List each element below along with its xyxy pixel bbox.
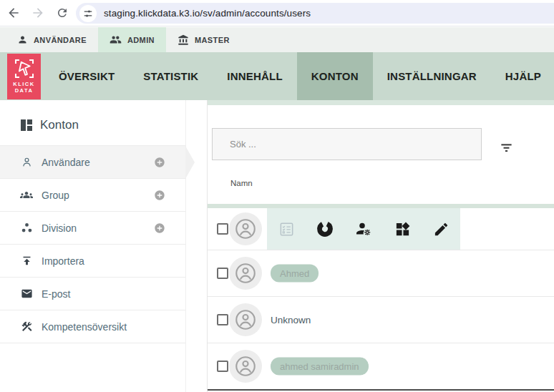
nav-statistik[interactable]: STATISTIK — [129, 52, 213, 100]
site-settings-icon — [83, 9, 93, 19]
browser-toolbar: staging.klickdata.k3.io/sv/admin/account… — [0, 0, 554, 26]
donut-chart-button[interactable] — [316, 220, 334, 237]
avatar-placeholder-icon — [233, 308, 258, 332]
user-name: ahmed samiradmin — [271, 361, 369, 372]
logo-text: KLICK DATA — [13, 81, 34, 94]
bulk-actions-row — [208, 208, 554, 250]
add-user-button[interactable] — [154, 157, 165, 168]
sidebar: Konton Användare Group — [0, 100, 186, 392]
sidebar-title: Konton — [0, 100, 185, 145]
widgets-icon — [394, 221, 411, 237]
users-table: Ahmed Unknown ahmed samiradmin — [208, 204, 554, 392]
site-settings-button[interactable] — [79, 5, 97, 22]
role-tab-label: ADMIN — [127, 36, 155, 44]
sidebar-item-label: Kompetensöversikt — [42, 321, 127, 333]
row-checkbox[interactable] — [217, 314, 228, 325]
sidebar-item-anvandare[interactable]: Användare — [0, 146, 185, 179]
checklist-icon — [278, 221, 295, 237]
sidebar-item-kompetensoversikt[interactable]: Kompetensöversikt — [0, 310, 185, 343]
widgets-button[interactable] — [394, 220, 411, 237]
search-input[interactable] — [212, 128, 482, 160]
nav-hjalp[interactable]: HJÄLP — [491, 52, 554, 100]
role-tab-admin[interactable]: ADMIN — [98, 27, 166, 52]
tools-icon — [20, 320, 33, 333]
address-bar[interactable]: staging.klickdata.k3.io/sv/admin/account… — [76, 3, 554, 24]
user-name: Ahmed — [271, 268, 319, 279]
sidebar-item-division[interactable]: Division — [0, 212, 185, 245]
sidebar-item-importera[interactable]: Importera — [0, 245, 185, 278]
role-tab-master[interactable]: MASTER — [166, 27, 241, 52]
row-checkbox[interactable] — [217, 361, 228, 372]
sidebar-item-group[interactable]: Group — [0, 179, 185, 212]
url-text[interactable]: staging.klickdata.k3.io/sv/admin/account… — [104, 8, 311, 19]
role-tab-anvandare[interactable]: ANVÄNDARE — [6, 27, 98, 52]
sidebar-title-label: Konton — [40, 118, 79, 132]
person-outline-icon — [20, 156, 33, 169]
people-icon — [110, 34, 122, 46]
reload-button[interactable] — [52, 2, 73, 24]
back-button[interactable] — [3, 2, 24, 24]
app-window: staging.klickdata.k3.io/sv/admin/account… — [0, 0, 554, 392]
sidebar-menu: Användare Group Division — [0, 145, 185, 343]
reload-icon — [56, 6, 69, 19]
nav-oversikt[interactable]: ÖVERSIKT — [44, 52, 129, 100]
donut-chart-icon — [316, 220, 334, 237]
user-row[interactable]: Ahmed — [208, 250, 554, 296]
sidebar-item-label: Importera — [42, 255, 84, 267]
row-checkbox[interactable] — [217, 268, 228, 279]
upload-icon — [20, 255, 33, 268]
edit-button[interactable] — [432, 220, 449, 237]
bottom-divider — [208, 389, 554, 391]
select-all-checkbox[interactable] — [217, 223, 228, 235]
avatar-placeholder-icon — [233, 354, 258, 378]
user-row[interactable]: Unknown — [208, 296, 554, 343]
content-area: Namn — [207, 100, 554, 392]
add-division-button[interactable] — [154, 222, 165, 234]
nav-konton[interactable]: KONTON — [297, 52, 373, 100]
user-row[interactable]: ahmed samiradmin — [208, 343, 554, 389]
nav-installningar[interactable]: INSTÄLLNINGAR — [373, 52, 491, 100]
nav-innehall[interactable]: INNEHÅLL — [213, 52, 296, 100]
manage-accounts-button[interactable] — [355, 220, 372, 237]
avatar — [229, 303, 262, 336]
avatar-placeholder-icon — [233, 261, 258, 285]
forward-button[interactable] — [27, 2, 49, 24]
column-header-namn: Namn — [230, 179, 253, 187]
sidebar-item-epost[interactable]: E-post — [0, 278, 185, 310]
user-name-badge[interactable]: ahmed samiradmin — [271, 358, 369, 376]
avatar — [229, 350, 262, 383]
sidebar-item-label: Division — [42, 222, 77, 234]
filter-icon — [500, 141, 513, 155]
sidebar-item-label: E-post — [42, 288, 70, 300]
add-circle-icon — [154, 190, 165, 201]
user-name-badge[interactable]: Ahmed — [271, 265, 319, 283]
avatar — [229, 212, 262, 245]
content-top-strip — [208, 100, 554, 105]
cursor-logo-icon — [12, 57, 37, 81]
role-tab-label: ANVÄNDARE — [34, 36, 87, 44]
filter-button[interactable] — [497, 139, 515, 156]
avatar-placeholder-icon — [233, 217, 258, 241]
role-switcher-bar: ANVÄNDARE ADMIN MASTER — [0, 27, 554, 52]
user-name[interactable]: Unknown — [271, 315, 311, 325]
manage-accounts-icon — [355, 220, 372, 237]
add-circle-icon — [154, 222, 165, 234]
main-nav: ÖVERSIKT STATISTIK INNEHÅLL KONTON INSTÄ… — [44, 52, 554, 100]
quilt-icon — [20, 119, 33, 132]
checklist-button[interactable] — [278, 220, 295, 237]
cluster-icon — [20, 222, 33, 235]
forward-icon — [31, 6, 45, 20]
klickdata-logo[interactable]: KLICK DATA — [7, 54, 41, 99]
add-circle-icon — [154, 157, 165, 168]
back-icon — [6, 6, 21, 20]
sidebar-item-label: Användare — [42, 157, 90, 168]
role-tab-label: MASTER — [195, 36, 230, 44]
actions-toolbar — [267, 208, 460, 250]
bank-icon — [178, 34, 189, 46]
add-group-button[interactable] — [154, 190, 165, 201]
avatar — [229, 257, 262, 290]
sidebar-item-label: Group — [42, 190, 69, 201]
person-icon — [17, 34, 28, 45]
mail-icon — [20, 288, 33, 300]
groups-icon — [20, 189, 33, 202]
